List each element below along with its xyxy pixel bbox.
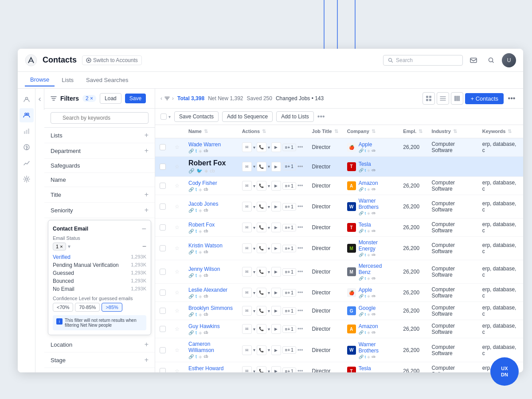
add-to-lists-button[interactable]: Add to Lists: [276, 111, 314, 122]
table-row[interactable]: ☆ Jenny Wilson 🔗 t ◈ cb ✉ ▾ 📞: [155, 260, 523, 284]
star-icon[interactable]: ☆: [175, 183, 180, 189]
table-row[interactable]: ☆ Kristin Watson 🔗 t ◈ cb ✉ ▾ 📞: [155, 237, 523, 260]
row-checkbox[interactable]: [160, 308, 166, 314]
switch-accounts-button[interactable]: Switch to Accounts: [82, 55, 142, 65]
sequence-action[interactable]: ▶: [271, 324, 281, 334]
conf-gt85[interactable]: >85%: [102, 303, 122, 312]
more-actions[interactable]: •••: [297, 203, 303, 210]
tab-lists[interactable]: Lists: [56, 74, 79, 86]
avatar[interactable]: U: [502, 53, 516, 67]
col-job-title[interactable]: Job Title ⇅: [308, 125, 343, 138]
table-row[interactable]: ☆ Wade Warren 🔗 t ◈ cb ✉ ▾ 📞: [155, 138, 523, 156]
email-action[interactable]: ✉: [242, 202, 252, 211]
star-icon[interactable]: ☆: [175, 144, 180, 150]
row-checkbox[interactable]: [160, 164, 166, 170]
email-dropdown[interactable]: ▾: [253, 369, 255, 373]
add-seniority-filter[interactable]: +: [145, 206, 149, 214]
add-action[interactable]: ≡+ 1: [282, 163, 296, 170]
email-action[interactable]: ✉: [242, 243, 252, 253]
email-dropdown[interactable]: ▾: [253, 290, 255, 295]
sequence-action[interactable]: ▶: [271, 142, 281, 152]
email-action[interactable]: ✉: [242, 267, 252, 277]
sequence-action[interactable]: ▶: [271, 162, 281, 172]
star-icon[interactable]: ☆: [175, 308, 180, 314]
sidebar-icon-contacts[interactable]: [20, 108, 34, 122]
phone-action[interactable]: 📞: [257, 162, 266, 172]
email-action[interactable]: ✉: [242, 345, 252, 355]
more-actions[interactable]: •••: [297, 164, 303, 170]
phone-dropdown[interactable]: ▾: [268, 184, 270, 188]
more-actions[interactable]: •••: [297, 326, 303, 332]
save-contacts-button[interactable]: Save Contacts: [174, 111, 219, 122]
list-view-button[interactable]: [437, 92, 449, 105]
table-row[interactable]: ☆ Robert Fox 🔗 🐦 ◈ cb ✉ ▾ 📞: [155, 156, 523, 177]
phone-action[interactable]: 📞: [257, 181, 266, 191]
row-checkbox[interactable]: [160, 203, 166, 210]
status-no-email[interactable]: No Email 1,293K: [53, 285, 146, 293]
table-row[interactable]: ☆ Guy Hawkins 🔗 t ◈ cb ✉ ▾ 📞: [155, 320, 523, 338]
phone-action[interactable]: 📞: [257, 267, 266, 277]
sidebar-icon-dollar[interactable]: [20, 140, 34, 154]
phone-dropdown[interactable]: ▾: [268, 145, 270, 150]
add-action[interactable]: ≡+ 1: [282, 325, 296, 333]
table-row[interactable]: ☆ Esther Howard 🔗 t ◈ cb ✉ ▾ 📞: [155, 362, 523, 373]
conf-lt70[interactable]: <70%: [53, 303, 73, 312]
email-action[interactable]: ✉: [242, 366, 252, 372]
more-options-button[interactable]: •••: [505, 92, 518, 105]
more-actions[interactable]: •••: [297, 144, 303, 150]
add-lists-filter[interactable]: +: [145, 131, 149, 139]
phone-action[interactable]: 📞: [257, 324, 266, 334]
star-icon[interactable]: ☆: [175, 245, 180, 251]
star-icon[interactable]: ☆: [175, 203, 180, 210]
more-actions[interactable]: •••: [297, 289, 303, 296]
sidebar-icon-chart[interactable]: [20, 124, 34, 138]
phone-action[interactable]: 📞: [257, 345, 266, 355]
phone-dropdown[interactable]: ▾: [268, 309, 270, 313]
col-name[interactable]: Name ⇅: [184, 125, 238, 138]
sequence-action[interactable]: ▶: [271, 306, 281, 316]
conf-70-85[interactable]: 70-85%: [75, 303, 100, 312]
phone-dropdown[interactable]: ▾: [268, 270, 270, 274]
star-icon[interactable]: ☆: [175, 269, 180, 275]
star-icon[interactable]: ☆: [175, 347, 180, 353]
phone-action[interactable]: 📞: [257, 202, 266, 211]
more-actions[interactable]: •••: [297, 347, 303, 353]
star-icon[interactable]: ☆: [175, 164, 180, 170]
sidebar-icon-settings[interactable]: [20, 172, 34, 186]
phone-dropdown[interactable]: ▾: [268, 369, 270, 373]
sequence-action[interactable]: ▶: [271, 202, 281, 211]
table-row[interactable]: ☆ Robert Fox 🔗 t ◈ cb ✉ ▾ 📞: [155, 219, 523, 237]
actions-more-button[interactable]: •••: [317, 113, 325, 121]
row-checkbox[interactable]: [160, 224, 166, 231]
phone-action[interactable]: 📞: [257, 142, 266, 152]
sequence-action[interactable]: ▶: [271, 288, 281, 297]
status-guessed[interactable]: Guessed 1,293K: [53, 269, 146, 277]
sidebar-icon-analytics[interactable]: [20, 156, 34, 170]
email-dropdown[interactable]: ▾: [253, 145, 255, 150]
email-action[interactable]: ✉: [242, 162, 252, 172]
prev-button[interactable]: ‹: [160, 95, 162, 102]
add-contacts-button[interactable]: + Contacts: [465, 93, 504, 104]
email-action[interactable]: ✉: [242, 306, 252, 316]
add-action[interactable]: ≡+ 1: [282, 346, 296, 354]
add-action[interactable]: ≡+ 1: [282, 224, 296, 231]
email-action[interactable]: ✉: [242, 223, 252, 232]
add-to-sequence-button[interactable]: Add to Sequence: [222, 111, 273, 122]
sequence-action[interactable]: ▶: [271, 223, 281, 232]
email-dropdown[interactable]: ▾: [253, 164, 255, 169]
phone-dropdown[interactable]: ▾: [268, 164, 270, 169]
add-department-filter[interactable]: +: [145, 147, 149, 155]
email-dropdown[interactable]: ▾: [253, 270, 255, 274]
email-dropdown[interactable]: ▾: [253, 246, 255, 251]
row-checkbox[interactable]: [160, 289, 166, 296]
email-action[interactable]: ✉: [242, 288, 252, 297]
email-dropdown[interactable]: ▾: [253, 204, 255, 209]
email-filter-dropdown[interactable]: ▾: [68, 243, 70, 250]
email-dropdown[interactable]: ▾: [253, 309, 255, 313]
status-verified[interactable]: Verified 1,293K: [53, 253, 146, 261]
status-pending[interactable]: Pending Manual Verification 1,293K: [53, 261, 146, 269]
more-actions[interactable]: •••: [297, 245, 303, 251]
table-row[interactable]: ☆ Leslie Alexander 🔗 t ◈ cb ✉ ▾ 📞: [155, 284, 523, 302]
table-row[interactable]: ☆ Cameron Williamson 🔗 t ◈ cb ✉ ▾ 📞: [155, 338, 523, 362]
add-action[interactable]: ≡+ 1: [282, 203, 296, 211]
